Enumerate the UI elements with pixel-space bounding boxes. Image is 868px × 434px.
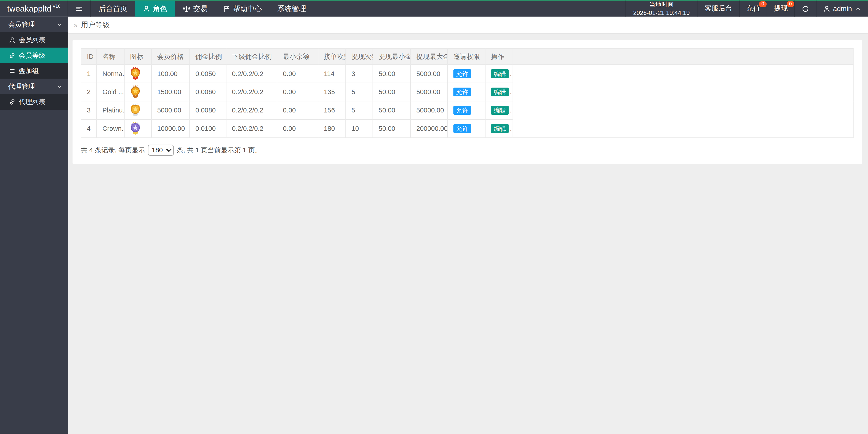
recharge-badge: 0 [759,1,767,7]
table-card: ID 名称 图标 会员价格 佣金比例 下级佣金比例 最小余额 接单次数 提现次数… [72,40,862,164]
cell-name: Crown... [96,119,124,138]
tab-help-center[interactable]: 帮助中心 [215,0,270,17]
page-size-select[interactable]: 180 [148,145,174,156]
refresh-icon [802,5,809,12]
tab-system[interactable]: 系统管理 [270,0,314,17]
col-header-withdraw-times: 提现次数 [346,49,373,64]
user-menu[interactable]: admin [816,0,868,17]
pagination-suffix: 条, 共 1 页当前显示第 1 页。 [177,145,261,155]
cell-withdraw-min: 50.00 [373,119,410,138]
chevron-down-icon [57,21,63,27]
cell-min-balance: 0.00 [277,119,318,138]
col-header-sub-commission: 下级佣金比例 [226,49,277,64]
tab-dashboard[interactable]: 后台首页 [90,0,135,17]
cell-commission: 0.0080 [190,101,226,119]
col-header-actions: 操作 [485,49,513,64]
sidebar-collapse-button[interactable] [68,0,90,17]
col-header-withdraw-max: 提现最大金额 [410,49,447,64]
cell-orders: 114 [318,64,346,83]
cell-orders: 156 [318,101,346,119]
more-actions-ellipsis: ... [510,70,513,78]
cell-min-balance: 0.00 [277,101,318,119]
user-icon [9,37,16,43]
edit-button[interactable]: 编辑 [491,69,508,78]
cell-price: 1500.00 [151,83,190,101]
cell-withdraw-max: 5000.00 [410,83,447,101]
allow-button[interactable]: 允许 [454,106,471,115]
sidebar-item-label: 叠加组 [19,66,39,76]
tab-roles[interactable]: 角色 [135,0,175,17]
col-header-orders: 接单次数 [318,49,346,64]
cell-withdraw-min: 50.00 [373,83,410,101]
table-header-row: ID 名称 图标 会员价格 佣金比例 下级佣金比例 最小余额 接单次数 提现次数… [81,49,853,64]
col-header-filler [513,49,853,64]
crown-medal-icon [124,119,151,138]
recharge-button[interactable]: 充值 0 [739,0,767,17]
tab-trade[interactable]: 交易 [175,0,215,17]
breadcrumb: » 用户等级 [68,17,868,34]
chevron-down-icon [57,84,63,90]
page: tweakappltd V16 后台首页 角色 [0,0,868,434]
service-backend-button[interactable]: 客服后台 [698,0,739,17]
edit-button[interactable]: 编辑 [491,106,508,115]
cell-min-balance: 0.00 [277,83,318,101]
sidebar-group-member-management[interactable]: 会员管理 [0,17,68,32]
col-header-commission: 佣金比例 [190,49,226,64]
cell-sub-commission: 0.2/0.2/0.2 [226,119,277,138]
col-header-withdraw-min: 提现最小金额 [373,49,410,64]
cell-id: 3 [81,101,97,119]
user-icon [823,5,831,12]
cell-withdraw-max: 200000.00 [410,119,447,138]
pagination: 共 4 条记录, 每页显示 180 条, 共 1 页当前显示第 1 页。 [81,145,854,156]
col-header-price: 会员价格 [151,49,190,64]
cell-withdraw-times: 3 [346,64,373,83]
sidebar-item-stack-group[interactable]: 叠加组 [0,63,68,79]
platinum-medal-icon [124,101,151,119]
cell-price: 5000.00 [151,101,190,119]
username: admin [833,5,852,12]
sidebar-group-agent-management[interactable]: 代理管理 [0,79,68,94]
cell-withdraw-times: 5 [346,83,373,101]
tab-help-center-label: 帮助中心 [233,4,262,13]
cell-id: 2 [81,83,97,101]
gold-medal-icon [124,83,151,101]
app-version: V16 [53,4,60,9]
cell-id: 1 [81,64,97,83]
sidebar-item-agent-list[interactable]: 代理列表 [0,94,68,110]
scale-icon [183,5,190,12]
col-header-name: 名称 [96,49,124,64]
more-actions-ellipsis: ... [510,106,513,114]
tab-trade-label: 交易 [193,4,208,13]
allow-button[interactable]: 允许 [454,88,471,96]
pagination-prefix: 共 4 条记录, 每页显示 [81,145,145,155]
sidebar-item-member-level[interactable]: 会员等级 [0,48,68,63]
cell-name: Norma... [96,64,124,83]
sidebar-item-label: 会员列表 [19,35,45,45]
withdraw-label: 提现 [774,4,788,13]
cell-withdraw-max: 5000.00 [410,64,447,83]
table-row: 1 Norma... 100.00 0.0050 0.2/0.2/0.2 0.0… [81,64,853,83]
cell-sub-commission: 0.2/0.2/0.2 [226,83,277,101]
cell-name: Gold ... [96,83,124,101]
withdraw-button[interactable]: 提现 0 [767,0,794,17]
edit-button[interactable]: 编辑 [491,124,508,133]
table-filler [513,64,853,138]
app-logo[interactable]: tweakappltd V16 [0,0,68,17]
tab-system-label: 系统管理 [277,4,306,13]
sidebar-group-label: 代理管理 [8,82,35,91]
edit-button[interactable]: 编辑 [491,88,508,96]
local-time-value: 2026-01-21 19:44:19 [633,8,690,17]
cell-withdraw-max: 50000.00 [410,101,447,119]
allow-button[interactable]: 允许 [454,124,471,133]
cell-price: 100.00 [151,64,190,83]
allow-button[interactable]: 允许 [454,69,471,78]
refresh-button[interactable] [794,0,816,17]
normal-medal-icon [124,64,151,83]
sidebar-item-label: 代理列表 [19,97,45,107]
main-content: » 用户等级 ID 名称 图标 会员价格 佣金 [68,17,868,434]
sidebar-item-member-list[interactable]: 会员列表 [0,32,68,48]
cell-withdraw-min: 50.00 [373,64,410,83]
cell-price: 10000.00 [151,119,190,138]
flag-icon [223,5,230,12]
local-time: 当地时间 2026-01-21 19:44:19 [625,0,698,17]
